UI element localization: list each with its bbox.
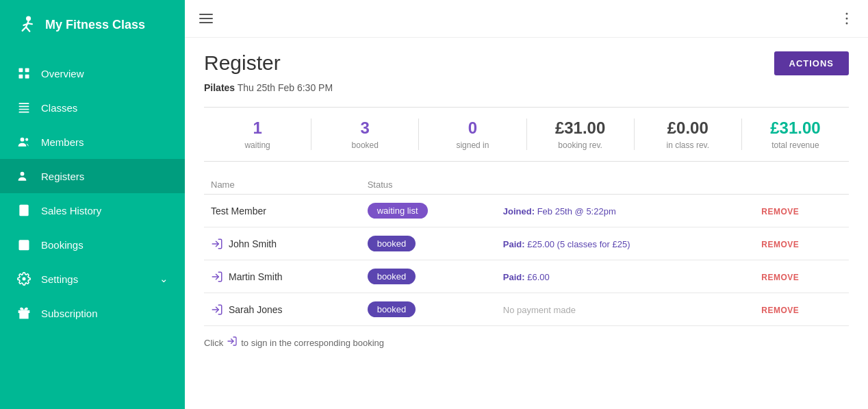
svg-rect-6 xyxy=(19,69,23,73)
status-badge: waiting list xyxy=(368,203,428,219)
stat-total-rev-value: £31.00 xyxy=(749,119,842,138)
remove-button[interactable]: REMOVE xyxy=(761,273,799,282)
sidebar-item-subscription[interactable]: Subscription xyxy=(0,296,185,330)
svg-rect-17 xyxy=(19,205,28,216)
table-row: Test Member waiting list Joined: Feb 25t… xyxy=(204,195,849,227)
sidebar-title: My Fitness Class xyxy=(45,18,145,32)
user-check-icon xyxy=(16,169,31,184)
stat-signed-in-label: signed in xyxy=(426,140,519,150)
col-actions xyxy=(754,175,849,195)
payment-info: Paid: £6.00 xyxy=(503,272,550,282)
stat-booked-label: booked xyxy=(318,140,411,150)
hint-text: to sign in the corresponding booking xyxy=(241,338,384,348)
payment-info: Joined: Feb 25th @ 5:22pm xyxy=(503,206,616,216)
svg-rect-9 xyxy=(25,75,29,79)
member-name: John Smith xyxy=(229,238,277,249)
grid-icon xyxy=(16,66,31,81)
col-status: Status xyxy=(361,175,496,195)
page-header: Register ACTIONS xyxy=(204,51,849,75)
click-label: Click xyxy=(204,338,223,348)
stat-total-rev: £31.00 total revenue xyxy=(742,119,849,150)
remove-cell: REMOVE xyxy=(754,260,849,293)
sidebar-item-registers[interactable]: Registers xyxy=(0,159,185,193)
payment-info: No payment made xyxy=(503,305,576,315)
svg-rect-7 xyxy=(25,69,29,73)
signin-icon[interactable] xyxy=(211,271,223,283)
remove-button[interactable]: REMOVE xyxy=(761,240,799,249)
member-name-cell: Sarah Jones xyxy=(204,293,361,326)
stat-booked-value: 3 xyxy=(318,119,411,138)
gear-icon xyxy=(16,271,31,286)
stat-in-class-rev-label: in class rev. xyxy=(641,140,735,150)
sidebar-item-overview[interactable]: Overview xyxy=(0,56,185,90)
remove-cell: REMOVE xyxy=(754,195,849,227)
svg-point-14 xyxy=(21,138,25,142)
sidebar-item-sales-history[interactable]: Sales History xyxy=(0,193,185,227)
register-table: Name Status Test Member waiting list xyxy=(204,175,849,326)
member-name-cell: Martin Smith xyxy=(204,260,361,293)
sidebar-item-label: Classes xyxy=(41,102,168,114)
member-name: Sarah Jones xyxy=(229,304,283,315)
remove-button[interactable]: REMOVE xyxy=(761,306,799,315)
sidebar-item-label: Sales History xyxy=(41,205,168,216)
status-cell: booked xyxy=(361,293,496,326)
stat-in-class-rev-value: £0.00 xyxy=(641,119,735,138)
svg-line-5 xyxy=(29,23,32,24)
actions-button[interactable]: ACTIONS xyxy=(774,51,850,75)
calendar-icon xyxy=(16,237,31,252)
stat-signed-in-value: 0 xyxy=(426,119,519,138)
member-name: Test Member xyxy=(211,206,266,216)
member-name: Martin Smith xyxy=(229,271,283,282)
payment-info: Paid: £25.00 (5 classes for £25) xyxy=(503,239,630,249)
page-title: Register xyxy=(204,51,281,75)
svg-line-4 xyxy=(23,23,28,25)
logo-icon xyxy=(14,12,38,37)
svg-rect-10 xyxy=(19,103,29,104)
class-info: Pilates Thu 25th Feb 6:30 PM xyxy=(204,82,849,93)
stat-in-class-rev: £0.00 in class rev. xyxy=(635,119,742,150)
status-badge: booked xyxy=(368,269,416,284)
col-name: Name xyxy=(204,175,361,195)
svg-point-31 xyxy=(846,13,848,15)
sidebar-item-label: Bookings xyxy=(41,239,168,251)
stat-booking-rev-label: booking rev. xyxy=(534,140,627,150)
payment-cell: No payment made xyxy=(496,293,755,326)
table-row: Martin Smith booked Paid: £6.00 REMOVE xyxy=(204,260,849,293)
svg-rect-13 xyxy=(19,112,29,113)
sidebar-item-classes[interactable]: Classes xyxy=(0,90,185,125)
stats-bar: 1 waiting 3 booked 0 signed in £31.00 bo… xyxy=(204,107,849,162)
sidebar-item-label: Settings xyxy=(41,273,150,285)
hamburger-menu-icon[interactable] xyxy=(199,11,214,26)
more-options-icon[interactable] xyxy=(839,11,854,26)
stat-waiting: 1 waiting xyxy=(204,119,311,150)
svg-line-3 xyxy=(26,27,29,32)
stat-total-rev-label: total revenue xyxy=(749,140,842,150)
svg-point-25 xyxy=(23,277,26,281)
topbar xyxy=(185,0,868,38)
col-payment xyxy=(496,175,755,195)
svg-rect-26 xyxy=(18,310,30,313)
svg-rect-8 xyxy=(19,75,23,79)
member-name-cell: Test Member xyxy=(204,195,361,227)
sidebar-item-bookings[interactable]: Bookings xyxy=(0,227,185,262)
class-name: Pilates xyxy=(204,82,235,93)
sidebar-item-members[interactable]: Members xyxy=(0,125,185,159)
svg-point-15 xyxy=(25,138,28,141)
stat-booking-rev-value: £31.00 xyxy=(534,119,627,138)
payment-cell: Joined: Feb 25th @ 5:22pm xyxy=(496,195,755,227)
stat-signed-in: 0 signed in xyxy=(419,119,526,150)
sidebar-item-label: Registers xyxy=(41,171,168,182)
signin-icon[interactable] xyxy=(211,238,223,250)
svg-rect-11 xyxy=(19,106,29,108)
file-text-icon xyxy=(16,203,31,218)
sidebar-item-settings[interactable]: Settings ⌄ xyxy=(0,262,185,296)
svg-rect-12 xyxy=(19,109,29,110)
remove-button[interactable]: REMOVE xyxy=(761,207,799,216)
status-cell: booked xyxy=(361,260,496,293)
footer-hint: Click to sign in the corresponding booki… xyxy=(204,336,849,349)
signin-icon[interactable] xyxy=(211,303,223,316)
table-row: Sarah Jones booked No payment made REMOV… xyxy=(204,293,849,326)
remove-cell: REMOVE xyxy=(754,293,849,326)
member-name-cell: John Smith xyxy=(204,227,361,260)
page-content: Register ACTIONS Pilates Thu 25th Feb 6:… xyxy=(185,38,868,409)
